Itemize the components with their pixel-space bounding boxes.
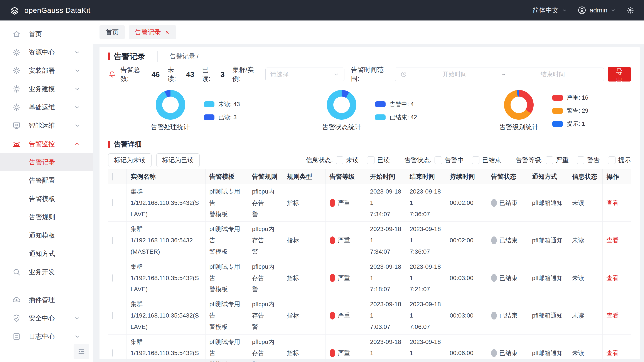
user-menu[interactable]: admin bbox=[578, 6, 616, 15]
sidebar-item-log-center[interactable]: 日志中心 bbox=[0, 327, 93, 346]
mark-read-button[interactable]: 标记为已读 bbox=[156, 153, 200, 167]
theme-toggle-sun-icon[interactable] bbox=[626, 6, 634, 14]
checkbox[interactable] bbox=[434, 156, 442, 164]
chart-alert-level: 告警级别统计 严重: 16 警告: 29 bbox=[457, 90, 631, 132]
col-read-state: 信息状态 bbox=[568, 169, 602, 184]
export-button[interactable]: 导出 bbox=[608, 67, 631, 82]
view-link[interactable]: 查看 bbox=[606, 312, 619, 319]
legend-item[interactable]: 警告: 29 bbox=[552, 107, 588, 115]
cell-action: 查看 bbox=[602, 297, 631, 334]
sidebar-collapse-button[interactable] bbox=[74, 344, 89, 359]
legend-item[interactable]: 已结束: 42 bbox=[375, 113, 417, 121]
legend-item[interactable]: 严重: 16 bbox=[552, 94, 588, 102]
cell-action: 查看 bbox=[602, 184, 631, 222]
cell-level: 严重 bbox=[326, 259, 366, 297]
row-checkbox[interactable] bbox=[112, 349, 112, 356]
cell-action: 查看 bbox=[602, 334, 631, 362]
legend-item[interactable]: 未读: 43 bbox=[204, 100, 240, 108]
chevron-down-icon bbox=[74, 86, 80, 92]
select-all-cell bbox=[108, 169, 126, 184]
row-checkbox[interactable] bbox=[112, 312, 112, 319]
cell-notify: pfl邮箱通知 bbox=[528, 222, 568, 259]
col-status: 告警状态 bbox=[487, 169, 528, 184]
chart-caption: 告警处理统计 bbox=[151, 123, 190, 132]
sidebar-item-alert-template[interactable]: 告警模板 bbox=[0, 190, 93, 208]
cell-duration: 00:03:00 bbox=[446, 297, 487, 334]
range-separator: ~ bbox=[502, 71, 505, 78]
sidebar-item-basic-ops[interactable]: 基础运维 bbox=[0, 98, 93, 116]
legend-item[interactable]: 提示: 1 bbox=[552, 120, 588, 128]
filter-option-info: 提示 bbox=[608, 156, 631, 164]
checkbox[interactable] bbox=[608, 156, 616, 164]
cell-action: 查看 bbox=[602, 222, 631, 259]
cell-start: 2023-09-18 1 7:34:07 bbox=[366, 222, 406, 259]
checkbox[interactable] bbox=[546, 156, 553, 164]
filter-option-alerting: 告警中 bbox=[434, 156, 464, 164]
sidebar-item-security-center[interactable]: 安全中心 bbox=[0, 309, 93, 327]
filter-option-warning: 警告 bbox=[577, 156, 600, 164]
sidebar-item-plugin-manage[interactable]: 插件管理 bbox=[0, 291, 93, 309]
alert-state-filter-label: 告警状态: bbox=[404, 156, 432, 164]
cluster-select[interactable]: 请选择 bbox=[266, 68, 344, 81]
legend-item[interactable]: 已读: 3 bbox=[204, 113, 240, 121]
filter-option-read: 已读 bbox=[367, 156, 390, 164]
sidebar-item-intelligent-ops[interactable]: 智能运维 bbox=[0, 116, 93, 135]
col-instance: 实例名称 bbox=[126, 169, 205, 184]
cell-instance: 集群1/192.168.110.35:5432(S LAVE) bbox=[126, 334, 205, 362]
sidebar-item-business-modeling[interactable]: 业务建模 bbox=[0, 80, 93, 98]
sidebar-item-alert-monitor[interactable]: 告警监控 bbox=[0, 135, 93, 153]
chevron-down-icon bbox=[74, 104, 80, 110]
start-time-input[interactable]: 开始时间 bbox=[409, 70, 500, 78]
legend-item[interactable]: 告警中: 4 bbox=[375, 100, 417, 108]
cell-duration: 00:06:00 bbox=[446, 334, 487, 362]
close-icon[interactable] bbox=[164, 30, 170, 35]
document-icon bbox=[12, 332, 21, 341]
view-link[interactable]: 查看 bbox=[606, 200, 619, 206]
sidebar-item-install-deploy[interactable]: 安装部署 bbox=[0, 61, 93, 80]
read-value: 3 bbox=[220, 70, 225, 79]
mark-unread-button[interactable]: 标记为未读 bbox=[108, 153, 152, 167]
cell-read-state: 未读 bbox=[568, 222, 602, 259]
sidebar-item-alert-config[interactable]: 告警配置 bbox=[0, 171, 93, 190]
sidebar-item-notify-template[interactable]: 通知模板 bbox=[0, 226, 93, 245]
alert-level-filter-label: 告警等级: bbox=[516, 156, 543, 164]
sidebar-item-resource-center[interactable]: 资源中心 bbox=[0, 43, 93, 61]
tab-alert-records[interactable]: 告警记录 bbox=[129, 25, 176, 39]
sidebar-item-alert-records[interactable]: 告警记录 bbox=[0, 153, 93, 171]
cloud-plus-icon bbox=[12, 295, 21, 304]
cell-start: 2023-09-18 1 7:03:07 bbox=[366, 297, 406, 334]
cell-rule: pflcpu内存告 警 bbox=[248, 259, 283, 297]
checkbox[interactable] bbox=[472, 156, 480, 164]
row-checkbox[interactable] bbox=[112, 199, 112, 206]
sidebar-item-home[interactable]: 首页 bbox=[0, 25, 93, 43]
chart-caption: 告警状态统计 bbox=[322, 123, 361, 132]
checkbox[interactable] bbox=[367, 156, 374, 164]
view-link[interactable]: 查看 bbox=[606, 237, 619, 244]
title-accent-bar bbox=[108, 53, 110, 60]
select-all-checkbox[interactable] bbox=[112, 173, 112, 180]
cell-level: 严重 bbox=[326, 334, 366, 362]
col-rule-type: 规则类型 bbox=[283, 169, 326, 184]
table-header-row: 实例名称 告警模板 告警规则 规则类型 告警等级 开始时间 结束时间 持续时间 … bbox=[108, 169, 631, 184]
cell-read-state: 未读 bbox=[568, 334, 602, 362]
view-link[interactable]: 查看 bbox=[606, 275, 619, 281]
sidebar-item-alert-rules[interactable]: 告警规则 bbox=[0, 208, 93, 226]
sidebar-item-notify-method[interactable]: 通知方式 bbox=[0, 245, 93, 263]
sidebar-item-business-dev[interactable]: 业务开发 bbox=[0, 263, 93, 281]
end-time-input[interactable]: 结束时间 bbox=[507, 70, 598, 78]
cell-rule-type: 指标 bbox=[283, 259, 326, 297]
shield-icon bbox=[12, 314, 21, 322]
checkbox[interactable] bbox=[336, 156, 343, 164]
time-range-picker[interactable]: 开始时间 ~ 结束时间 bbox=[395, 68, 604, 81]
chevron-down-icon bbox=[74, 333, 80, 340]
row-checkbox[interactable] bbox=[112, 274, 112, 282]
row-checkbox[interactable] bbox=[112, 237, 112, 244]
language-menu[interactable]: 简体中文 bbox=[532, 6, 567, 15]
view-link[interactable]: 查看 bbox=[606, 349, 619, 356]
level-dot bbox=[330, 312, 335, 319]
tab-home[interactable]: 首页 bbox=[100, 25, 125, 39]
checkbox[interactable] bbox=[577, 156, 584, 164]
table-row: 集群1/192.168.110.35:5432(S LAVE) pfl测试专用告… bbox=[108, 184, 631, 222]
cell-duration: 00:02:00 bbox=[446, 222, 487, 259]
cell-template: pfl测试专用告 警模板 bbox=[205, 259, 248, 297]
